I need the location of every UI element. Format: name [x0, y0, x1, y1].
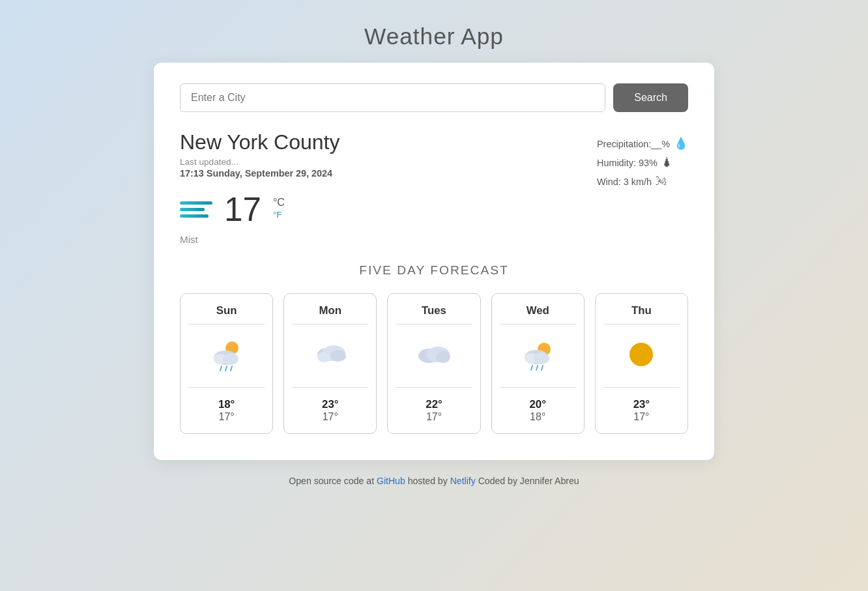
wind-icon: 🌬: [656, 175, 667, 188]
netlify-link[interactable]: Netlify: [450, 476, 476, 486]
forecast-day-thu: Thu: [631, 304, 652, 317]
wind-line-2: [180, 208, 205, 211]
divider-bottom: [188, 387, 265, 388]
svg-point-13: [436, 351, 450, 363]
forecast-day-sun: Sun: [216, 304, 237, 317]
svg-line-4: [220, 366, 222, 371]
divider: [396, 324, 472, 324]
github-link[interactable]: GitHub: [377, 476, 405, 486]
unit-celsius: °C: [273, 197, 285, 209]
svg-line-6: [231, 366, 232, 371]
svg-line-20: [542, 366, 543, 370]
forecast-day-mon: Mon: [319, 304, 341, 317]
last-updated-label: Last updated...: [180, 157, 340, 167]
forecast-card-wed: Wed 20° 18°: [491, 293, 585, 434]
forecast-title: FIVE DAY FORECAST: [180, 263, 688, 278]
forecast-high-tues: 22°: [426, 398, 442, 411]
wind-line-1: [180, 201, 212, 205]
forecast-low-sun: 17°: [218, 411, 234, 423]
drop-icon: 💧: [674, 137, 688, 151]
wind-row: Wind: 3 km/h 🌬: [597, 175, 688, 188]
forecast-low-thu: 17°: [633, 411, 649, 423]
precipitation-label: Precipitation:__%: [597, 139, 670, 149]
forecast-icon-thu: [622, 335, 661, 377]
forecast-card-sun: Sun 18° 17°: [180, 293, 273, 434]
temperature-value: 17: [224, 190, 261, 229]
temperature-units: °C °F: [273, 197, 285, 220]
svg-point-21: [629, 343, 653, 366]
main-card: Search New York County Last updated... 1…: [154, 63, 714, 460]
divider-bottom: [396, 387, 472, 388]
forecast-day-wed: Wed: [527, 304, 549, 317]
current-weather-section: New York County Last updated... 17:13 Su…: [180, 130, 688, 245]
footer-text-before: Open source code at: [289, 476, 377, 486]
divider: [188, 324, 265, 324]
weather-stats: Precipitation:__% 💧 Humidity: 93% 🌢 Wind…: [597, 130, 688, 188]
divider: [500, 324, 576, 324]
forecast-high-wed: 20°: [530, 398, 546, 411]
humidity-icon: 🌢: [661, 156, 673, 169]
svg-line-5: [225, 366, 227, 371]
forecast-card-thu: Thu 23° 17°: [595, 293, 688, 434]
divider: [603, 324, 680, 324]
forecast-card-tues: Tues 22° 17°: [387, 293, 480, 434]
forecast-low-tues: 17°: [426, 411, 442, 423]
svg-point-3: [223, 353, 239, 365]
wind-line-3: [180, 214, 209, 218]
footer-text-middle: hosted by: [405, 476, 450, 486]
temp-row: 17 °C °F: [180, 190, 340, 229]
divider: [292, 324, 368, 324]
divider-bottom: [292, 387, 368, 388]
forecast-low-wed: 18°: [530, 411, 545, 423]
svg-line-18: [531, 366, 532, 370]
search-row: Search: [180, 83, 688, 112]
unit-fahrenheit-link[interactable]: °F: [273, 210, 285, 220]
wind-label: Wind: 3 km/h: [597, 177, 652, 187]
app-title: Weather App: [364, 23, 504, 50]
footer-text-after: Coded by Jennifer Abreu: [476, 476, 579, 486]
forecast-icon-tues: [414, 335, 454, 377]
humidity-label: Humidity: 93%: [597, 158, 658, 168]
forecast-grid: Sun 18° 17° Mon: [180, 293, 688, 434]
search-button[interactable]: Search: [613, 83, 688, 112]
forecast-day-tues: Tues: [422, 304, 446, 317]
svg-point-17: [534, 353, 549, 364]
condition-label: Mist: [180, 234, 340, 245]
divider-bottom: [500, 387, 576, 388]
city-name: New York County: [180, 130, 340, 154]
svg-point-10: [317, 352, 330, 362]
forecast-card-mon: Mon 23° 17°: [283, 293, 377, 434]
divider-bottom: [603, 387, 680, 388]
footer: Open source code at GitHub hosted by Net…: [289, 476, 579, 486]
wind-mist-icon: [180, 201, 212, 218]
forecast-icon-mon: [311, 335, 350, 377]
datetime: 17:13 Sunday, September 29, 2024: [180, 168, 340, 179]
forecast-low-mon: 17°: [323, 411, 338, 423]
forecast-high-thu: 23°: [633, 398, 650, 411]
forecast-icon-sun: [207, 335, 246, 377]
forecast-high-mon: 23°: [322, 398, 338, 411]
forecast-icon-wed: [518, 335, 557, 377]
svg-line-19: [536, 366, 538, 370]
svg-point-9: [330, 350, 346, 362]
precipitation-row: Precipitation:__% 💧: [597, 137, 688, 151]
forecast-high-sun: 18°: [218, 398, 235, 411]
search-input[interactable]: [180, 83, 605, 112]
humidity-row: Humidity: 93% 🌢: [597, 156, 688, 169]
current-weather-left: New York County Last updated... 17:13 Su…: [180, 130, 340, 245]
